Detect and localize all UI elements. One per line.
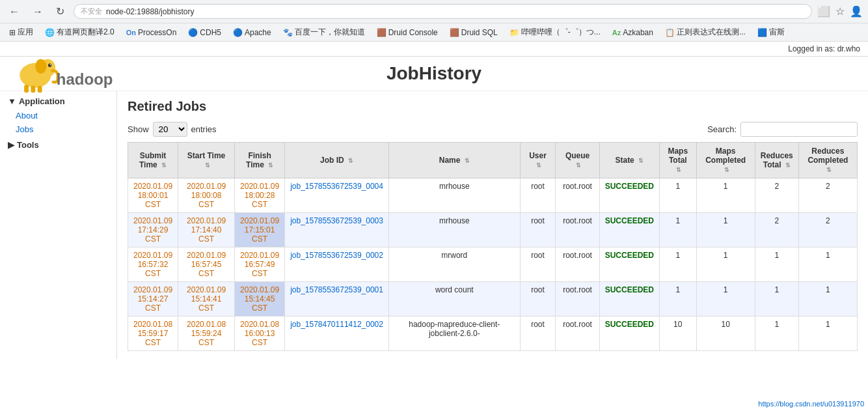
col-name[interactable]: Name ⇅ bbox=[388, 143, 520, 178]
svg-point-3 bbox=[50, 64, 51, 65]
col-submit-time[interactable]: SubmitTime ⇅ bbox=[128, 143, 178, 178]
sidebar: ▼ Application About Jobs ▶ Tools bbox=[0, 91, 117, 359]
content-title: Retired Jobs bbox=[128, 99, 858, 114]
logged-in-text: Logged in as: dr.who bbox=[788, 44, 860, 53]
job-id-link[interactable]: job_1578553672539_0003 bbox=[290, 216, 383, 225]
col-reduces-completed[interactable]: ReducesCompleted ⇅ bbox=[798, 143, 857, 178]
sort-arrows-reduces-total: ⇅ bbox=[785, 162, 791, 169]
cell-reduces-completed: 1 bbox=[798, 282, 857, 317]
bookmark-apps[interactable]: ⊞ 应用 bbox=[5, 25, 37, 39]
col-start-time[interactable]: Start Time ⇅ bbox=[178, 143, 235, 178]
entries-select[interactable]: 10 20 25 50 100 bbox=[153, 122, 187, 137]
cell-queue: root.root bbox=[556, 213, 599, 247]
col-finish-time[interactable]: FinishTime ⇅ bbox=[235, 143, 285, 178]
cell-job-id[interactable]: job_1578553672539_0003 bbox=[285, 213, 389, 247]
cell-job-id[interactable]: job_1578553672539_0001 bbox=[285, 282, 389, 317]
cell-submit-time: 2020.01.08 15:59:17 CST bbox=[128, 317, 178, 351]
job-id-link[interactable]: job_1578553672539_0002 bbox=[290, 251, 383, 260]
cell-maps-completed: 1 bbox=[696, 213, 755, 247]
svg-point-2 bbox=[48, 64, 51, 67]
sort-arrows-jobid: ⇅ bbox=[348, 158, 353, 164]
search-input[interactable] bbox=[740, 122, 858, 137]
bookmark-processon[interactable]: On ProcessOn bbox=[122, 27, 181, 38]
col-user[interactable]: User ⇅ bbox=[520, 143, 556, 178]
sort-arrows-maps-completed: ⇅ bbox=[724, 167, 729, 173]
bookmark-druid-console-label: Druid Console bbox=[388, 28, 438, 37]
job-id-link[interactable]: job_1578470111412_0002 bbox=[290, 320, 383, 329]
application-arrow-icon: ▼ bbox=[8, 96, 16, 106]
table-row: 2020.01.09 15:14:27 CST2020.01.09 15:14:… bbox=[128, 282, 858, 317]
bookmark-baidu[interactable]: 🐾 百度一下，你就知道 bbox=[279, 25, 369, 39]
cell-queue: root.root bbox=[556, 317, 599, 351]
table-row: 2020.01.08 15:59:17 CST2020.01.08 15:59:… bbox=[128, 317, 858, 351]
cast-icon[interactable]: ⬜ bbox=[817, 5, 830, 18]
top-bar: Logged in as: dr.who bbox=[0, 42, 868, 57]
sidebar-item-jobs[interactable]: Jobs bbox=[0, 122, 116, 136]
cell-name: word count bbox=[388, 282, 520, 317]
col-maps-completed[interactable]: MapsCompleted ⇅ bbox=[696, 143, 755, 178]
svg-text:hadoop: hadoop bbox=[57, 70, 113, 88]
bookmark-cdh5-label: CDH5 bbox=[200, 28, 221, 37]
bookmark-azkaban[interactable]: Az Azkaban bbox=[608, 27, 657, 38]
col-job-id[interactable]: Job ID ⇅ bbox=[285, 143, 389, 178]
processon-icon: On bbox=[126, 29, 136, 36]
cell-state: SUCCEEDED bbox=[599, 247, 659, 282]
cell-name: hadoop-mapreduce-client-jobclient-2.6.0- bbox=[388, 317, 520, 351]
page-title: JobHistory bbox=[387, 63, 481, 84]
table-header-row: SubmitTime ⇅ Start Time ⇅ FinishTime ⇅ J… bbox=[128, 143, 858, 178]
forward-button[interactable]: → bbox=[29, 5, 47, 19]
sidebar-application-header[interactable]: ▼ Application bbox=[0, 94, 116, 109]
tools-label: Tools bbox=[17, 140, 39, 150]
cell-maps-total: 1 bbox=[659, 247, 696, 282]
cell-job-id[interactable]: job_1578553672539_0004 bbox=[285, 178, 389, 213]
bookmark-regex-label: 正则表达式在线测... bbox=[677, 27, 746, 38]
cell-maps-total: 1 bbox=[659, 213, 696, 247]
cell-start-time: 2020.01.09 15:14:41 CST bbox=[178, 282, 235, 317]
bookmark-zeus[interactable]: 🟦 宙斯 bbox=[753, 25, 789, 39]
bookmark-apache-label: Apache bbox=[245, 28, 271, 37]
back-button[interactable]: ← bbox=[5, 5, 23, 19]
cell-reduces-completed: 2 bbox=[798, 213, 857, 247]
url-bar[interactable]: 不安全 node-02:19888/jobhistory bbox=[74, 4, 812, 19]
job-id-link[interactable]: job_1578553672539_0004 bbox=[290, 182, 383, 191]
bookmark-baidu-label: 百度一下，你就知道 bbox=[295, 27, 365, 38]
apache-icon: 🔵 bbox=[233, 28, 243, 37]
reload-button[interactable]: ↻ bbox=[52, 4, 68, 19]
cell-name: mrword bbox=[388, 247, 520, 282]
cell-job-id[interactable]: job_1578553672539_0002 bbox=[285, 247, 389, 282]
bookmark-icon[interactable]: ☆ bbox=[835, 5, 845, 18]
cell-job-id[interactable]: job_1578470111412_0002 bbox=[285, 317, 389, 351]
bookmark-cdh5[interactable]: 🔵 CDH5 bbox=[184, 27, 225, 38]
job-id-link[interactable]: job_1578553672539_0001 bbox=[290, 285, 383, 294]
sidebar-item-about[interactable]: About bbox=[0, 109, 116, 122]
cell-name: mrhouse bbox=[388, 213, 520, 247]
sort-arrows-finish: ⇅ bbox=[268, 162, 273, 169]
cell-state: SUCCEEDED bbox=[599, 178, 659, 213]
cell-submit-time: 2020.01.09 17:14:29 CST bbox=[128, 213, 178, 247]
cell-reduces-completed: 2 bbox=[798, 178, 857, 213]
cell-user: root bbox=[520, 213, 556, 247]
cell-user: root bbox=[520, 247, 556, 282]
sort-arrows-start: ⇅ bbox=[205, 162, 210, 169]
bookmark-youdao[interactable]: 🌐 有道网页翻译2.0 bbox=[41, 25, 118, 39]
col-maps-total[interactable]: MapsTotal ⇅ bbox=[659, 143, 696, 178]
sidebar-tools-header[interactable]: ▶ Tools bbox=[0, 136, 116, 154]
bookmark-druid-console[interactable]: 🟫 Druid Console bbox=[373, 27, 442, 38]
cell-maps-completed: 1 bbox=[696, 247, 755, 282]
table-controls: Show 10 20 25 50 100 entries Search: bbox=[128, 122, 858, 137]
bookmark-regex[interactable]: 📋 正则表达式在线测... bbox=[661, 25, 750, 39]
bookmark-apps-label: 应用 bbox=[18, 27, 33, 38]
cell-submit-time: 2020.01.09 16:57:32 CST bbox=[128, 247, 178, 282]
cell-reduces-total: 1 bbox=[755, 317, 798, 351]
bookmark-druid-sql[interactable]: 🟫 Druid SQL bbox=[446, 27, 502, 38]
profile-icon[interactable]: 👤 bbox=[850, 5, 863, 18]
cell-user: root bbox=[520, 178, 556, 213]
cell-reduces-completed: 1 bbox=[798, 317, 857, 351]
col-state[interactable]: State ⇅ bbox=[599, 143, 659, 178]
col-queue[interactable]: Queue ⇅ bbox=[556, 143, 599, 178]
cell-maps-total: 1 bbox=[659, 282, 696, 317]
bookmark-apache[interactable]: 🔵 Apache bbox=[229, 27, 275, 38]
bookmark-bilibili[interactable]: 📁 哔哩哔哩（゜-゜）つ... bbox=[506, 25, 604, 39]
security-label: 不安全 bbox=[81, 7, 102, 16]
col-reduces-total[interactable]: ReducesTotal ⇅ bbox=[755, 143, 798, 178]
